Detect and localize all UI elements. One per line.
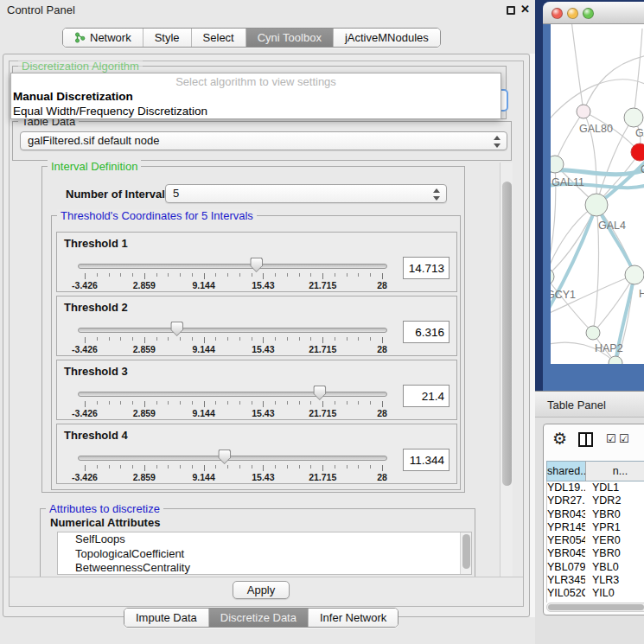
tab-style[interactable]: Style	[143, 29, 192, 47]
table-cell-shared[interactable]: YER054C	[547, 534, 585, 547]
checkbox-icon[interactable]: ☑	[606, 432, 616, 445]
table-row[interactable]: YBR045C YBR0	[547, 547, 644, 560]
main-vertical-scrollbar[interactable]	[500, 163, 513, 577]
table-row[interactable]: YDL19... YDL1	[547, 481, 644, 494]
network-canvas[interactable]: GAL80GACGAL11GAL4GCY1HHAP2	[551, 24, 644, 364]
table-panel-window: ⚙ ☑ ☑ shared... n... YDL19... YDL1 YDR27…	[543, 424, 644, 615]
table-cell-shared[interactable]: YPR145W	[547, 521, 585, 534]
network-window-titlebar[interactable]	[543, 2, 644, 24]
column-header-shared[interactable]: shared...	[546, 461, 585, 481]
tick-mark	[132, 401, 133, 405]
table-cell-shared[interactable]: YBR043C	[547, 508, 585, 521]
table-row[interactable]: YDR27... YDR2	[547, 494, 644, 507]
tab-discretize-data[interactable]: Discretize Data	[209, 609, 309, 627]
algorithm-dropdown-popup: Select algorithm to view settings Manual…	[10, 73, 501, 119]
minimize-traffic-light[interactable]	[567, 8, 578, 19]
tick-label: 21.715	[309, 280, 336, 290]
dropdown-item-equal-width-frequency[interactable]: Equal Width/Frequency Discretization	[13, 105, 207, 118]
table-data-group: Table Data galFiltered.sif default node	[12, 121, 512, 161]
table-row[interactable]: YBR043C YBR0	[547, 508, 644, 521]
scrollbar-thumb[interactable]	[502, 182, 512, 486]
list-item-betweennesscentrality[interactable]: BetweennessCentrality	[58, 561, 471, 575]
threshold-value-input[interactable]	[403, 257, 450, 279]
tab-network[interactable]: Network	[63, 29, 143, 47]
table-cell-name[interactable]: YIL0	[585, 587, 644, 600]
close-traffic-light[interactable]	[552, 8, 563, 19]
table-cell-name[interactable]: YBL0	[585, 561, 644, 574]
tick-label: 21.715	[309, 344, 336, 354]
threshold-value-input[interactable]	[403, 321, 450, 343]
table-cell-shared[interactable]: YDL19...	[547, 481, 585, 494]
tick-mark	[227, 465, 228, 469]
table-cell-name[interactable]: YDR2	[585, 494, 644, 507]
table-cell-shared[interactable]: YBL079W	[547, 561, 585, 574]
network-edge-highlighted[interactable]	[596, 205, 634, 275]
table-cell-name[interactable]: YLR3	[585, 574, 644, 587]
table-cell-name[interactable]: YBR0	[585, 547, 644, 560]
network-edge[interactable]	[634, 29, 642, 118]
tab-select[interactable]: Select	[192, 29, 246, 47]
network-node[interactable]	[586, 326, 600, 340]
column-header-name[interactable]: n...	[585, 461, 644, 481]
table-row[interactable]: YBL079W YBL0	[547, 561, 644, 574]
table-row[interactable]: YLR345W YLR3	[547, 574, 644, 587]
table-data-combobox[interactable]: galFiltered.sif default node	[20, 131, 507, 150]
tab-cyni-toolbox[interactable]: Cyni Toolbox	[246, 29, 334, 47]
slider-thumb[interactable]	[218, 450, 231, 464]
table-row[interactable]: YPR145W YPR1	[547, 521, 644, 534]
threshold-title: Threshold 1	[64, 237, 128, 250]
table-cell-name[interactable]: YPR1	[585, 521, 644, 534]
network-node[interactable]	[551, 156, 564, 173]
threshold-value-input[interactable]	[403, 449, 450, 471]
network-node[interactable]	[624, 108, 643, 127]
tab-infer-network[interactable]: Infer Network	[309, 609, 398, 627]
gear-icon[interactable]: ⚙	[552, 430, 567, 449]
dropdown-item-manual-discretization[interactable]: Manual Discretization	[13, 90, 133, 103]
table-cell-name[interactable]: YDL1	[585, 481, 644, 494]
slider-thumb[interactable]	[313, 386, 326, 400]
network-node[interactable]	[585, 194, 608, 216]
checkbox-icon[interactable]: ☑	[619, 432, 629, 445]
table-cell-name[interactable]: YBR0	[585, 508, 644, 521]
tick-mark	[85, 401, 86, 407]
network-edge[interactable]	[571, 24, 583, 112]
network-edge[interactable]	[551, 205, 596, 280]
tick-mark	[322, 273, 323, 279]
apply-button[interactable]: Apply	[233, 581, 290, 599]
list-item-topologicalcoefficient[interactable]: TopologicalCoefficient	[58, 547, 471, 562]
table-row[interactable]: YER054C YER0	[547, 534, 644, 547]
slider-thumb[interactable]	[250, 258, 263, 272]
table-cell-shared[interactable]: YBR045C	[547, 547, 585, 560]
table-cell-name[interactable]: YER0	[585, 534, 644, 547]
zoom-traffic-light[interactable]	[583, 8, 594, 19]
list-item-selfloops[interactable]: SelfLoops	[58, 532, 471, 547]
number-of-intervals-combobox[interactable]: 5	[165, 184, 447, 203]
network-edge[interactable]	[551, 277, 593, 333]
close-icon[interactable]: ✕	[520, 3, 530, 16]
numerical-attributes-list[interactable]: SelfLoops TopologicalCoefficient Between…	[57, 532, 472, 575]
tab-impute-data[interactable]: Impute Data	[124, 609, 209, 627]
network-node[interactable]	[577, 105, 590, 118]
scrollbar-thumb[interactable]	[548, 604, 644, 610]
split-columns-icon[interactable]	[578, 432, 593, 447]
network-node[interactable]	[609, 356, 622, 364]
scrollbar-thumb[interactable]	[462, 534, 470, 569]
tick-mark	[144, 273, 145, 279]
tick-mark	[215, 337, 216, 341]
network-edge-highlighted[interactable]	[551, 205, 596, 320]
tick-mark	[239, 401, 240, 405]
slider-thumb[interactable]	[170, 322, 183, 336]
table-row[interactable]: YIL052C YIL0	[547, 587, 644, 600]
list-scrollbar[interactable]	[460, 532, 471, 574]
combo-stepper[interactable]	[433, 188, 441, 201]
network-node[interactable]	[625, 265, 644, 284]
combo-stepper[interactable]	[494, 135, 501, 149]
table-cell-shared[interactable]: YIL052C	[547, 587, 585, 600]
threshold-value-input[interactable]	[403, 385, 450, 407]
float-window-icon[interactable]	[507, 6, 515, 15]
table-horizontal-scrollbar[interactable]	[546, 603, 644, 612]
table-cell-shared[interactable]: YDR27...	[547, 494, 585, 507]
table-cell-shared[interactable]: YLR345W	[547, 574, 585, 587]
tab-jactivemnodules[interactable]: jActiveMNodules	[334, 29, 440, 47]
network-node[interactable]	[631, 143, 644, 161]
